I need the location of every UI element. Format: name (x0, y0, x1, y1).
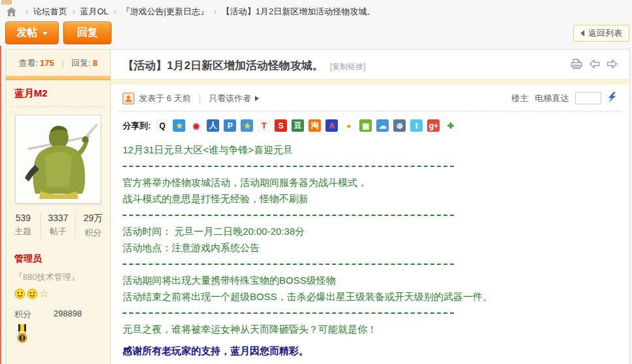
post-line: 战斗模式的意思是打怪无经验，怪物不刷新 (123, 190, 618, 207)
star-icon: ☆ (39, 289, 49, 299)
breadcrumb: ›论坛首页›蓝月OL›『游戏公告|更新日志』›【活动】1月2日新区增加活动怪物攻… (7, 5, 375, 18)
breadcrumb-separator: › (72, 7, 75, 16)
post-line: 活动时间： 元旦一月二日晚20:00-20:38分 (123, 223, 618, 239)
score-label: 积分 (14, 309, 31, 320)
views-count: 175 (40, 58, 54, 68)
share-taobao-icon[interactable]: 淘 (308, 119, 321, 132)
new-post-button[interactable]: 发帖 (5, 22, 59, 44)
posted-time: 发表于 6 天前 (139, 93, 190, 104)
reply-button[interactable]: 回复 (63, 22, 112, 44)
author-username[interactable]: 蓝月M2 (6, 80, 110, 100)
breadcrumb-current: 【活动】1月2日新区增加活动怪物攻城。 (222, 6, 375, 18)
share-label: 分享到: (123, 120, 151, 132)
page-title: 【活动】1月2日新区增加活动怪物攻城。 (123, 58, 324, 73)
stat-value: 29万 (76, 213, 110, 224)
back-to-list-label: 返回列表 (588, 27, 622, 39)
breadcrumb-link[interactable]: 『游戏公告|更新日志』 (121, 6, 208, 18)
post-spacer (123, 359, 618, 364)
avatar[interactable] (15, 115, 101, 204)
post-dashed-divider (123, 158, 618, 174)
share-tencent-weibo-icon[interactable]: T (258, 119, 270, 132)
only-author-filter[interactable]: 只看该作者 (209, 93, 251, 104)
post-line: 12月31日元旦大区<谁与争锋>喜迎元旦 (123, 142, 618, 158)
post-line: 活动结束之前将出现一个超级BOSS，击杀必爆出星王级装备或开天级别的武器一件。 (123, 288, 618, 305)
share-baidu-collect-icon[interactable]: ★ (241, 119, 253, 132)
stat-主题[interactable]: 539主题 (6, 213, 41, 239)
chevron-left-icon (580, 30, 584, 37)
author-sidebar: 查看:175 | 回复:8 蓝月M2 539主题3337帖子29万积分 管理员 … (5, 49, 111, 364)
share-qq-icon[interactable]: Q (156, 119, 168, 132)
stat-帖子[interactable]: 3337帖子 (41, 213, 76, 239)
home-icon[interactable] (7, 7, 16, 16)
floor-label: 楼主 (511, 93, 528, 104)
breadcrumb-separator: › (214, 7, 217, 16)
stat-label: 积分 (76, 227, 110, 239)
breadcrumb-separator: › (25, 7, 28, 16)
post-line: 活动地点：注意游戏内系统公告 (123, 239, 618, 256)
divider (11, 106, 105, 107)
post-dashed-divider (123, 207, 618, 223)
new-post-label: 发帖 (17, 26, 38, 40)
stat-value: 3337 (41, 213, 76, 223)
expand-icon (255, 96, 259, 101)
left-accent-rail (0, 46, 1, 364)
sidebar-accent-bar (6, 76, 110, 80)
score-value: 298898 (53, 309, 82, 320)
post-dashed-divider (123, 256, 618, 272)
breadcrumb-separator: › (113, 7, 116, 16)
score-row: 积分 298898 (14, 309, 102, 320)
breadcrumb-link[interactable]: 蓝月OL (80, 6, 108, 18)
smiley-icon (14, 288, 25, 299)
smiley-icon (27, 288, 38, 299)
stat-value: 539 (6, 213, 40, 223)
prev-thread-icon[interactable] (589, 59, 600, 68)
share-pengyou-icon[interactable]: P (224, 119, 236, 132)
jump-to-floor-input[interactable] (575, 92, 601, 104)
thread-panel: 【活动】1月2日新区增加活动怪物攻城。 [复制链接] 发表于 6 天前 | 只看… (111, 49, 630, 364)
elevator-label: 电梯直达 (535, 93, 569, 104)
share-twitter-icon[interactable]: t (410, 119, 423, 132)
chevron-down-icon (42, 32, 48, 35)
medal-icon (16, 324, 102, 346)
share-qzone-icon[interactable]: ★ (173, 119, 185, 132)
next-thread-icon[interactable] (607, 59, 618, 68)
post-line: 感谢所有老玩家的支持，蓝月因您而精彩。 (123, 342, 618, 359)
share-google-plus-icon[interactable]: g+ (427, 119, 440, 132)
author-role: 管理员 (14, 253, 102, 265)
stat-积分[interactable]: 29万积分 (76, 213, 110, 239)
share-kaixin-icon[interactable]: ● (342, 119, 355, 132)
breadcrumb-link[interactable]: 论坛首页 (33, 6, 67, 18)
post-content: 12月31日元旦大区<谁与争锋>喜迎元旦官方将举办怪物攻城活动，活动期间服务器为… (111, 136, 629, 364)
top-corner-chip (1, 0, 12, 5)
share-renren-icon[interactable]: 人 (207, 119, 219, 132)
share-bar: 分享到: Q★◉人P★TS豆淘A●▣☁⊕tg+✤ (111, 112, 629, 136)
copy-link-button[interactable]: [复制链接] (330, 61, 366, 72)
post-line: 元旦之夜，谁将被幸运女神从天而降砸昏头？可能就是你！ (123, 321, 618, 337)
author-stats: 539主题3337帖子29万积分 (6, 213, 110, 239)
share-douban-icon[interactable]: 豆 (292, 119, 304, 132)
replies-count: 8 (93, 58, 97, 68)
replies-label: 回复: (72, 58, 91, 68)
back-to-list-button[interactable]: 返回列表 (573, 25, 629, 42)
jump-lightning-icon[interactable] (608, 92, 618, 104)
poster-avatar-icon (123, 93, 134, 104)
post-line: 官方将举办怪物攻城活动，活动期间服务器为战斗模式， (123, 174, 618, 190)
share-youdao-icon[interactable]: ▣ (359, 119, 372, 132)
share-globe-icon[interactable]: ⊕ (393, 119, 406, 132)
stat-label: 帖子 (41, 226, 76, 237)
views-label: 查看: (19, 58, 38, 68)
reply-label: 回复 (77, 26, 98, 40)
post-spacer (123, 337, 618, 342)
author-badges: ☆ (14, 288, 102, 299)
post-dashed-divider (123, 305, 618, 321)
share-sina-weibo-icon[interactable]: ◉ (190, 119, 202, 132)
share-yitao-icon[interactable]: A (325, 119, 338, 132)
share-more-icon[interactable]: ✤ (444, 119, 457, 132)
post-line: 活动期间将出现大量携带特殊宝物的BOSS级怪物 (123, 272, 618, 288)
title-divider-band (111, 79, 629, 85)
print-icon[interactable] (571, 59, 582, 69)
share-baidu-tieba-icon[interactable]: ☁ (376, 119, 389, 132)
author-group: 『880技术管理』 (14, 271, 102, 283)
view-reply-counts: 查看:175 | 回复:8 (6, 50, 110, 76)
share-sohu-weibo-icon[interactable]: S (275, 119, 287, 132)
